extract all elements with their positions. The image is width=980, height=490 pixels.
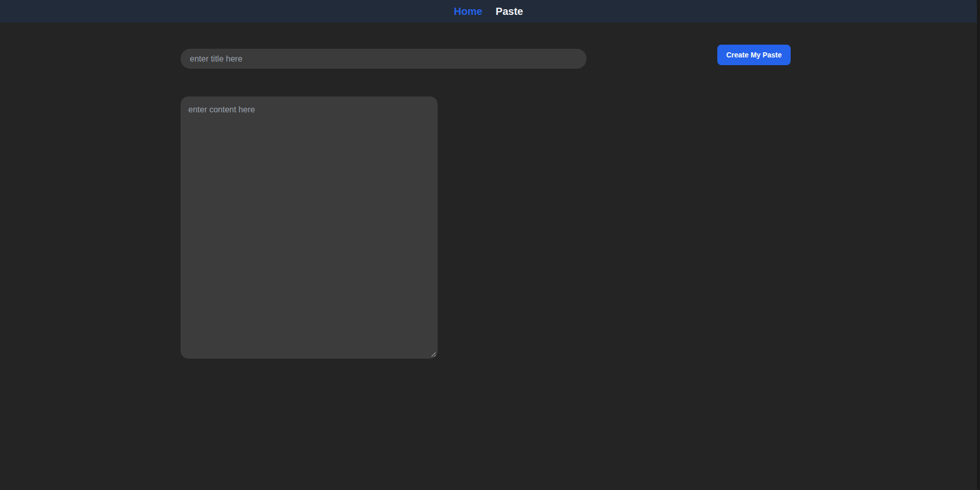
- create-paste-button[interactable]: Create My Paste: [717, 45, 791, 65]
- scrollbar[interactable]: [977, 0, 980, 490]
- nav-link-paste[interactable]: Paste: [496, 6, 523, 17]
- nav-link-home[interactable]: Home: [454, 6, 483, 17]
- navbar: Home Paste: [0, 0, 977, 23]
- content-textarea[interactable]: [181, 96, 438, 359]
- title-input[interactable]: [181, 49, 586, 69]
- content-area: [181, 96, 438, 359]
- page: Home Paste Create My Paste: [0, 0, 980, 490]
- resize-handle-icon[interactable]: [430, 351, 436, 357]
